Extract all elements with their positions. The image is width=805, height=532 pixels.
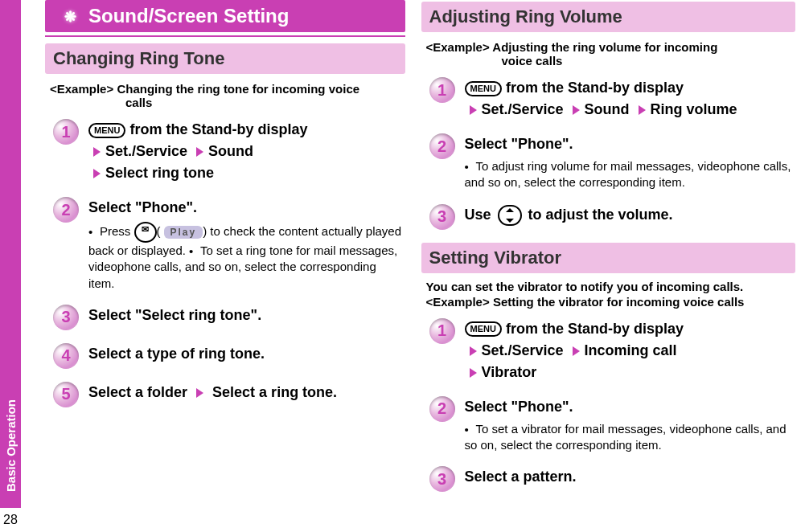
step-2-vibrator: 2 Select "Phone". To set a vibrator for … <box>429 396 796 454</box>
path-set-service: Set./Service <box>482 101 564 117</box>
example-text: Adjusting the ring volume for incoming <box>492 40 717 54</box>
step2-title: Select "Phone". <box>88 199 197 215</box>
left-column: ❋ Sound/Screen Setting Changing Ring Ton… <box>21 0 413 532</box>
step-badge-4: 4 <box>53 343 79 369</box>
step-content: Select "Phone". To set a vibrator for ma… <box>465 396 796 454</box>
banner-sound-screen: ❋ Sound/Screen Setting <box>45 0 405 32</box>
step5-b: Select a ring tone. <box>212 384 337 400</box>
section-changing-ring-tone: Changing Ring Tone <box>45 43 405 74</box>
section-vibrator: Setting Vibrator <box>421 243 796 273</box>
step3-title: Select "Select ring tone". <box>88 305 405 326</box>
banner-title: Sound/Screen Setting <box>88 5 289 27</box>
vibrator-lead: You can set the vibrator to notify you o… <box>426 280 791 293</box>
vol-step2-title: Select "Phone". <box>465 136 573 152</box>
vol-step1-line1: from the Stand-by display <box>506 80 684 96</box>
step-badge-3: 3 <box>429 204 455 230</box>
play-button-icon: Play <box>164 226 203 239</box>
arrow-icon <box>573 346 580 356</box>
example-text: Changing the ring tone for incoming voic… <box>117 82 359 96</box>
example-label: <Example> <box>426 40 490 54</box>
vol-step3-pre: Use <box>465 207 495 223</box>
arrow-icon <box>470 105 477 115</box>
example-label: <Example> <box>426 295 490 309</box>
right-column: Adjusting Ring Volume <Example> Adjustin… <box>413 0 806 532</box>
example-text-cont: calls <box>125 96 400 109</box>
page-number: 28 <box>0 508 21 532</box>
step-3-vibrator: 3 Select a pattern. <box>429 466 796 492</box>
step-badge-1: 1 <box>429 77 455 103</box>
arrow-icon <box>196 147 203 157</box>
example-ring-volume: <Example> Adjusting the ring volume for … <box>426 40 791 68</box>
banner-flower-icon: ❋ <box>64 8 76 26</box>
arrow-icon <box>93 147 101 157</box>
step-2-volume: 2 Select "Phone". To adjust ring volume … <box>429 133 796 191</box>
step-badge-1: 1 <box>53 119 79 145</box>
step-content: Select "Phone". Press ✉(Play) to check t… <box>88 197 405 292</box>
path-select-ring-tone: Select ring tone <box>105 165 214 181</box>
arrow-icon <box>639 105 646 115</box>
arrow-icon <box>470 346 477 356</box>
path-incoming-call: Incoming call <box>585 342 677 358</box>
example-text-cont: voice calls <box>502 54 791 68</box>
path-sound: Sound <box>208 143 253 159</box>
example-text: Setting the vibrator for incoming voice … <box>493 295 745 309</box>
step-badge-2: 2 <box>53 197 79 223</box>
vib-step1-line1: from the Stand-by display <box>506 321 684 337</box>
menu-key-icon: MENU <box>465 321 502 337</box>
dpad-up-down-icon <box>498 205 522 226</box>
arrow-icon <box>93 169 101 178</box>
vib-step2-note: To set a vibrator for mail messages, vid… <box>465 421 796 454</box>
step-1-ringtone: 1 MENU from the Stand-by display Set./Se… <box>53 119 405 184</box>
page-body: ❋ Sound/Screen Setting Changing Ring Ton… <box>21 0 805 532</box>
step2-notes: Press ✉(Play) to check the content actua… <box>88 222 405 292</box>
vol-note: To adjust ring volume for mail messages,… <box>465 159 791 189</box>
step-content: MENU from the Stand-by display Set./Serv… <box>465 77 796 121</box>
step-content: MENU from the Stand-by display Set./Serv… <box>465 318 796 383</box>
sidebar: Basic Operation 28 <box>0 0 21 532</box>
arrow-icon <box>196 388 203 398</box>
step5-a: Select a folder <box>88 384 187 400</box>
menu-key-icon: MENU <box>88 123 125 138</box>
path-vibrator: Vibrator <box>482 364 537 380</box>
menu-key-icon: MENU <box>465 81 502 96</box>
vib-note: To set a vibrator for mail messages, vid… <box>465 422 787 452</box>
step-content: Use to adjust the volume. <box>465 204 796 226</box>
step1-line1: from the Stand-by display <box>129 121 307 137</box>
vol-step3-post: to adjust the volume. <box>528 207 673 223</box>
arrow-icon <box>573 105 580 115</box>
step-badge-3: 3 <box>53 305 79 330</box>
note1-pre: Press <box>100 224 134 238</box>
banner-underline <box>45 35 405 37</box>
vol-step2-note: To adjust ring volume for mail messages,… <box>465 158 796 191</box>
step4-title: Select a type of ring tone. <box>88 343 405 365</box>
step-badge-2: 2 <box>429 396 455 422</box>
step-content: MENU from the Stand-by display Set./Serv… <box>88 119 405 184</box>
mail-key-icon: ✉ <box>134 222 157 243</box>
step-3-volume: 3 Use to adjust the volume. <box>429 204 796 230</box>
step-badge-2: 2 <box>429 133 455 159</box>
path-ring-volume: Ring volume <box>651 101 737 117</box>
vib-step3-title: Select a pattern. <box>465 466 796 488</box>
path-set-service: Set./Service <box>482 342 564 358</box>
step-badge-3: 3 <box>429 466 455 492</box>
section-ring-volume: Adjusting Ring Volume <box>421 2 796 32</box>
example-ring-tone: <Example> Changing the ring tone for inc… <box>50 82 400 109</box>
arrow-icon <box>470 368 477 378</box>
step-badge-5: 5 <box>53 382 79 407</box>
step-badge-1: 1 <box>429 318 455 344</box>
step-content: Select "Phone". To adjust ring volume fo… <box>465 133 796 191</box>
side-label: Basic Operation <box>4 383 18 508</box>
example-vibrator: <Example> Setting the vibrator for incom… <box>426 295 791 309</box>
path-sound: Sound <box>585 101 630 117</box>
step-3-ringtone: 3 Select "Select ring tone". <box>53 305 405 330</box>
path-set-service: Set./Service <box>105 143 187 159</box>
step-1-volume: 1 MENU from the Stand-by display Set./Se… <box>429 77 796 121</box>
vib-step2-title: Select "Phone". <box>465 399 573 415</box>
step-content: Select a folder Select a ring tone. <box>88 382 405 403</box>
step-1-vibrator: 1 MENU from the Stand-by display Set./Se… <box>429 318 796 383</box>
step-2-ringtone: 2 Select "Phone". Press ✉(Play) to check… <box>53 197 405 292</box>
step-5-ringtone: 5 Select a folder Select a ring tone. <box>53 382 405 407</box>
step-4-ringtone: 4 Select a type of ring tone. <box>53 343 405 369</box>
example-label: <Example> <box>50 82 113 96</box>
